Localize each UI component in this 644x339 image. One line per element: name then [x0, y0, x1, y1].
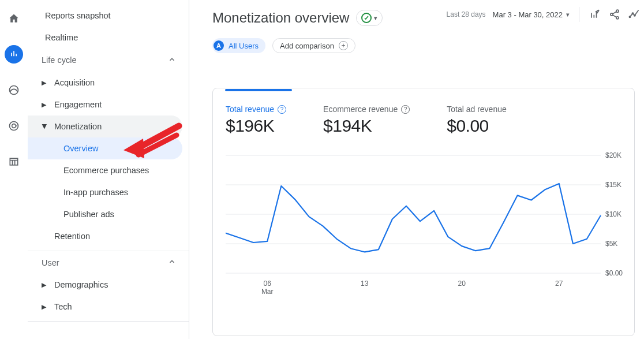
sidebar-item-demographics[interactable]: ▶ Demographics: [28, 274, 189, 296]
caret-down-icon: ▶: [41, 124, 48, 129]
svg-text:$20K: $20K: [605, 151, 621, 159]
chevron-up-icon: [168, 55, 176, 65]
sidebar-item-reports-snapshot[interactable]: Reports snapshot: [28, 5, 189, 27]
info-icon[interactable]: ?: [278, 105, 286, 114]
separator: [579, 7, 579, 22]
sidebar-item-label: Monetization: [54, 122, 102, 131]
info-icon[interactable]: ?: [401, 105, 410, 114]
svg-text:27: 27: [555, 280, 563, 288]
metric-label: Total ad revenue: [447, 105, 507, 114]
metric-total-ad-revenue[interactable]: Total ad revenue $0.00: [447, 105, 507, 136]
svg-point-9: [634, 15, 635, 16]
caret-right-icon: ▶: [42, 101, 47, 109]
header-actions: Last 28 days Mar 3 - Mar 30, 2022 ▾: [447, 7, 641, 22]
svg-text:20: 20: [458, 280, 466, 288]
configure-icon[interactable]: [5, 152, 23, 171]
explore-icon[interactable]: [5, 81, 23, 99]
chevron-down-icon: ▾: [374, 14, 377, 22]
svg-point-2: [12, 124, 16, 128]
revenue-chart: $0.00$5K$10K$15K$20K06132027Mar: [226, 150, 625, 300]
icon-rail: [0, 0, 28, 339]
sidebar: Reports snapshot Realtime Life cycle ▶ A…: [28, 0, 189, 339]
svg-point-7: [629, 16, 630, 17]
sidebar-item-label: Engagement: [54, 100, 102, 109]
svg-text:13: 13: [361, 280, 369, 288]
sidebar-section-user[interactable]: User: [28, 251, 189, 274]
svg-text:$15K: $15K: [605, 181, 621, 189]
date-preset-label: Last 28 days: [447, 10, 486, 18]
caret-right-icon: ▶: [42, 281, 47, 289]
metric-label: Ecommerce revenue: [323, 105, 398, 114]
reports-icon[interactable]: [5, 45, 23, 64]
metric-row: Total revenue ? $196K Ecommerce revenue …: [226, 105, 625, 136]
sidebar-item-label: Demographics: [54, 280, 108, 289]
sidebar-item-label: Retention: [54, 232, 90, 241]
sidebar-item-acquisition[interactable]: ▶ Acquisition: [28, 72, 189, 94]
date-range-picker[interactable]: Mar 3 - Mar 30, 2022 ▾: [493, 10, 570, 19]
chevron-down-icon: ▾: [566, 11, 570, 18]
sidebar-item-ecommerce[interactable]: Ecommerce purchases: [28, 159, 182, 181]
svg-text:$0.00: $0.00: [605, 269, 623, 277]
share-icon[interactable]: [608, 8, 621, 21]
svg-text:$10K: $10K: [605, 210, 621, 218]
home-icon[interactable]: [5, 9, 23, 28]
revenue-card: Total revenue ? $196K Ecommerce revenue …: [212, 88, 635, 336]
status-menu[interactable]: ▾: [356, 10, 383, 26]
svg-rect-3: [10, 158, 17, 165]
date-range-text: Mar 3 - Mar 30, 2022: [493, 10, 563, 19]
sidebar-item-in-app[interactable]: In-app purchases: [28, 181, 182, 203]
sidebar-item-overview[interactable]: Overview: [28, 137, 182, 159]
svg-point-8: [632, 13, 633, 14]
page-title: Monetization overview: [212, 10, 349, 26]
sidebar-item-engagement[interactable]: ▶ Engagement: [28, 94, 189, 116]
metric-ecommerce-revenue[interactable]: Ecommerce revenue ? $194K: [323, 105, 410, 136]
caret-right-icon: ▶: [42, 303, 47, 311]
svg-text:06: 06: [264, 280, 272, 288]
check-circle-icon: [361, 13, 372, 23]
sidebar-item-tech[interactable]: ▶ Tech: [28, 296, 189, 318]
metric-label: Total revenue: [226, 105, 274, 114]
section-label: User: [42, 258, 59, 267]
chip-label: All Users: [229, 42, 259, 50]
sidebar-item-label: Tech: [54, 302, 72, 311]
chevron-up-icon: [168, 258, 176, 267]
advertising-icon[interactable]: [5, 117, 23, 135]
metric-value: $0.00: [447, 116, 507, 136]
sidebar-section-life-cycle[interactable]: Life cycle: [28, 49, 189, 72]
plus-circle-icon: +: [339, 41, 348, 50]
segment-chips: A All Users Add comparison +: [212, 38, 355, 53]
metric-total-revenue[interactable]: Total revenue ? $196K: [226, 105, 286, 136]
caret-right-icon: ▶: [42, 79, 47, 87]
sidebar-item-publisher[interactable]: Publisher ads: [28, 203, 182, 225]
sidebar-item-realtime[interactable]: Realtime: [28, 27, 189, 49]
chip-add-comparison[interactable]: Add comparison +: [272, 38, 355, 53]
sidebar-item-retention[interactable]: Retention: [28, 225, 189, 247]
metric-value: $194K: [323, 116, 410, 136]
svg-text:$5K: $5K: [605, 240, 617, 248]
edit-chart-icon[interactable]: [589, 8, 601, 21]
insights-icon[interactable]: [628, 8, 641, 21]
section-label: Life cycle: [42, 55, 76, 65]
segment-badge: A: [214, 40, 224, 51]
metric-value: $196K: [226, 116, 286, 136]
svg-text:Mar: Mar: [261, 288, 274, 296]
chip-label: Add comparison: [280, 42, 334, 50]
sidebar-item-monetization[interactable]: ▶ Monetization: [28, 116, 182, 137]
chip-all-users[interactable]: A All Users: [212, 38, 265, 53]
sidebar-item-label: Acquisition: [54, 78, 95, 87]
